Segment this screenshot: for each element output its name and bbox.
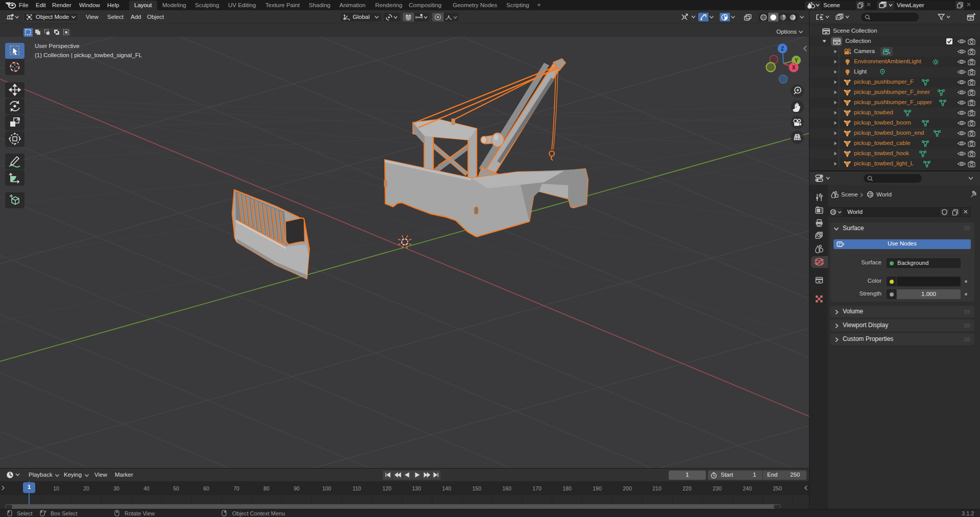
svg-text:(1) Collection | pickup_towbed: (1) Collection | pickup_towbed_signal_FL xyxy=(35,52,142,58)
svg-text:User Perspective: User Perspective xyxy=(35,43,80,49)
svg-text:Y: Y xyxy=(795,58,798,63)
svg-text:X: X xyxy=(792,65,796,70)
svg-text:Z: Z xyxy=(781,46,784,52)
